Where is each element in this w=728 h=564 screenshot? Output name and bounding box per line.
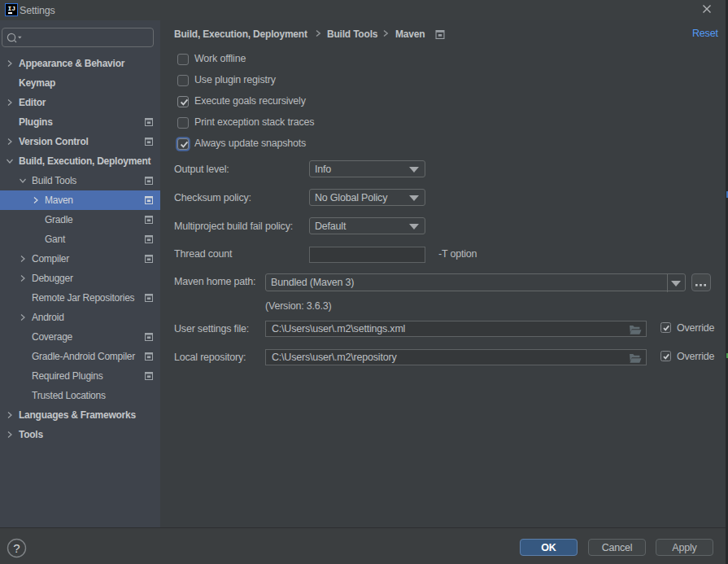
- svg-text:?: ?: [13, 541, 20, 555]
